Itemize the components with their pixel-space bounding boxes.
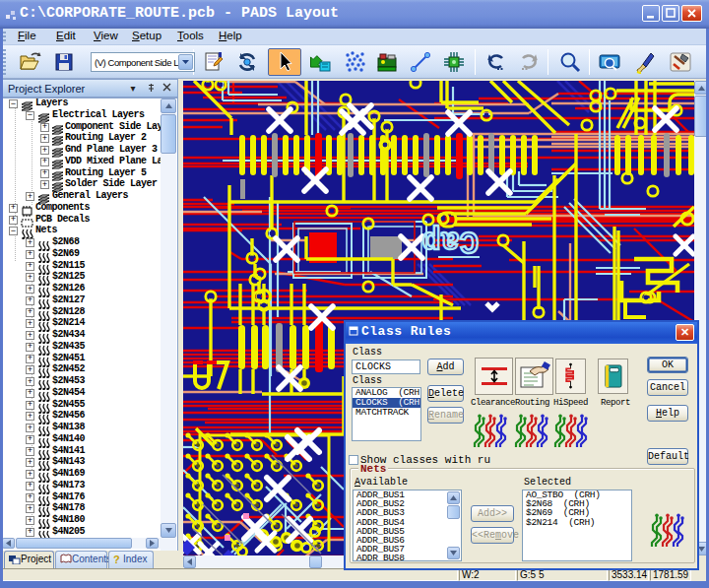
- svg-text:?: ?: [113, 554, 120, 564]
- svg-text:Cap: Cap: [421, 223, 479, 259]
